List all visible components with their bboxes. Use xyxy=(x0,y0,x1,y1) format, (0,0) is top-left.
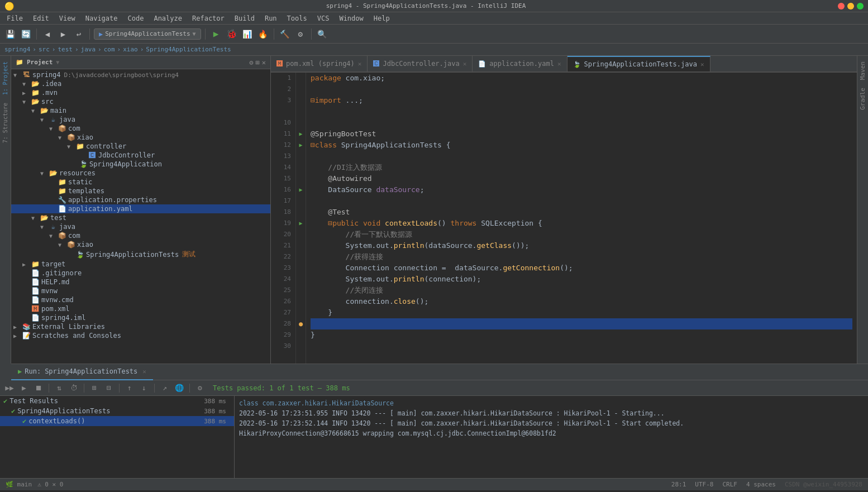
synchronize-button[interactable]: 🔄 xyxy=(19,27,32,41)
tab-pom-xml-close[interactable]: ✕ xyxy=(358,60,362,68)
project-view-dropdown[interactable]: ▼ xyxy=(56,59,59,65)
panel-gear-icon[interactable]: ⚙ xyxy=(249,59,253,66)
tree-item-external-libs[interactable]: ▶ 📚 External Libraries xyxy=(11,322,270,331)
run-gutter-11[interactable]: ▶ xyxy=(299,128,302,140)
open-in-browser-button[interactable]: 🌐 xyxy=(173,382,185,394)
tab-jdbc-close[interactable]: ✕ xyxy=(463,60,467,68)
menu-build[interactable]: Build xyxy=(230,13,259,23)
run-gutter-19[interactable]: ▶ xyxy=(299,218,302,229)
bc-test[interactable]: test xyxy=(58,46,73,53)
tree-item-src[interactable]: ▼ 📂 src xyxy=(11,97,270,106)
tree-item-spring4[interactable]: ▼ 🏗 spring4 D:\javadcode\springboot\spri… xyxy=(11,70,270,79)
bc-spring4[interactable]: spring4 xyxy=(4,46,30,53)
build-button[interactable]: 🔨 xyxy=(278,27,292,41)
bc-file[interactable]: Spring4ApplicationTests xyxy=(146,46,231,53)
tree-item-jdbc-controller[interactable]: 🅲 JdbcController xyxy=(11,151,270,160)
tree-item-resources[interactable]: ▼ 📂 resources xyxy=(11,169,270,178)
tree-item-app-properties[interactable]: 🔧 application.properties xyxy=(11,195,270,204)
structure-panel-toggle[interactable]: 7: Structure xyxy=(2,99,8,146)
right-tab-gradle[interactable]: Gradle xyxy=(858,84,867,113)
menu-analyze[interactable]: Analyze xyxy=(149,13,187,23)
tree-item-templates[interactable]: 📁 templates xyxy=(11,187,270,195)
menu-navigate[interactable]: Navigate xyxy=(81,13,122,23)
run-with-coverage-button[interactable]: 📊 xyxy=(241,27,254,41)
tab-jdbc-controller[interactable]: 🅲 JdbcController.java ✕ xyxy=(368,56,473,71)
save-all-button[interactable]: 💾 xyxy=(3,27,17,41)
minimize-button[interactable] xyxy=(847,3,854,9)
tree-item-main[interactable]: ▼ 📂 main xyxy=(11,106,270,115)
tree-item-spring4-app[interactable]: 🍃 Spring4Application xyxy=(11,160,270,169)
tab-pom-xml[interactable]: 🅼 pom.xml (spring4) ✕ xyxy=(271,56,368,71)
export-button[interactable]: ↗ xyxy=(159,382,171,394)
tree-item-app-yaml[interactable]: 📄 application.yaml xyxy=(11,204,270,213)
prev-fail-button[interactable]: ↑ xyxy=(123,382,136,394)
panel-layout-icon[interactable]: ⊞ xyxy=(256,59,260,66)
forward-button[interactable]: ▶ xyxy=(56,27,70,41)
next-fail-button[interactable]: ↓ xyxy=(138,382,150,394)
bc-com[interactable]: com xyxy=(104,46,115,53)
tree-item-mvnw[interactable]: 📄 mvnw xyxy=(11,286,270,295)
tree-item-target[interactable]: ▶ 📁 target xyxy=(11,260,270,269)
run-tab-close[interactable]: ✕ xyxy=(142,368,146,375)
menu-refactor[interactable]: Refactor xyxy=(188,13,229,23)
run-gutter-16[interactable]: ▶ xyxy=(299,184,302,195)
maximize-button[interactable] xyxy=(857,3,864,9)
tree-item-pom-xml[interactable]: 🅼 pom.xml xyxy=(11,304,270,313)
run-gutter-12[interactable]: ▶ xyxy=(299,140,302,151)
menu-code[interactable]: Code xyxy=(123,13,149,23)
tree-item-static[interactable]: 📁 static xyxy=(11,178,270,187)
tree-item-com-test[interactable]: ▼ 📦 com xyxy=(11,231,270,240)
tree-item-xiao-test[interactable]: ▼ 📦 xiao xyxy=(11,240,270,249)
tree-item-mvnw-cmd[interactable]: 📄 mvnw.cmd xyxy=(11,295,270,304)
code-editor[interactable]: 1 2 3 10 11 12 13 14 15 16 17 18 19 20 2… xyxy=(271,73,857,364)
menu-help[interactable]: Help xyxy=(369,13,394,23)
settings-button[interactable]: ⚙ xyxy=(294,27,307,41)
tree-item-mvn[interactable]: ▶ 📁 .mvn xyxy=(11,88,270,97)
menu-vcs[interactable]: VCS xyxy=(313,13,334,23)
settings-run-button[interactable]: ⚙ xyxy=(194,382,206,394)
close-button[interactable] xyxy=(838,3,845,9)
menu-view[interactable]: View xyxy=(55,13,80,23)
search-everywhere-button[interactable]: 🔍 xyxy=(316,27,329,41)
test-suite-item[interactable]: ✔ Spring4ApplicationTests 388 ms xyxy=(0,406,234,416)
profile-button[interactable]: 🔥 xyxy=(256,27,270,41)
menu-tools[interactable]: Tools xyxy=(283,13,312,23)
run-configuration[interactable]: ▶ Spring4ApplicationTests ▼ xyxy=(94,28,201,40)
tree-item-xiao[interactable]: ▼ 📦 xiao xyxy=(11,133,270,142)
undo-button[interactable]: ↩ xyxy=(72,27,85,41)
test-method-item[interactable]: ✔ contextLoads() 388 ms xyxy=(0,416,234,426)
rerun-button[interactable]: ▶▶ xyxy=(3,382,16,394)
panel-close-icon[interactable]: ✕ xyxy=(262,59,266,66)
tab-app-yaml[interactable]: 📄 application.yaml ✕ xyxy=(473,56,567,71)
tab-tests-close[interactable]: ✕ xyxy=(700,61,704,68)
tree-item-help-md[interactable]: 📄 HELP.md xyxy=(11,278,270,286)
menu-edit[interactable]: Edit xyxy=(28,13,54,23)
tree-item-com[interactable]: ▼ 📦 com xyxy=(11,124,270,133)
tree-item-idea[interactable]: ▼ 📂 .idea xyxy=(11,79,270,88)
tree-item-tests-class[interactable]: 🍃 Spring4ApplicationTests 测试 xyxy=(11,249,270,260)
tab-yaml-close[interactable]: ✕ xyxy=(557,60,561,68)
tree-item-spring4-iml[interactable]: 📄 spring4.iml xyxy=(11,313,270,322)
back-button[interactable]: ◀ xyxy=(41,27,54,41)
tree-item-java-main[interactable]: ▼ ☕ java xyxy=(11,115,270,124)
tree-item-test[interactable]: ▼ 📂 test xyxy=(11,213,270,222)
menu-file[interactable]: File xyxy=(2,13,27,23)
menu-run[interactable]: Run xyxy=(260,13,282,23)
code-content[interactable]: package com.xiao; ⊟import ...; @SpringBo… xyxy=(306,73,857,364)
tab-tests-active[interactable]: 🍃 Spring4ApplicationTests.java ✕ xyxy=(567,56,710,71)
stop-button[interactable]: ⏹ xyxy=(32,382,45,394)
bottom-tab-run[interactable]: ▶ Run: Spring4ApplicationTests ✕ xyxy=(11,364,153,380)
run-config-dropdown[interactable]: ▼ xyxy=(193,31,196,37)
tree-item-scratches[interactable]: ▶ 📝 Scratches and Consoles xyxy=(11,331,270,340)
run-test-button[interactable]: ▶ xyxy=(18,382,30,394)
collapse-all-button[interactable]: ⊟ xyxy=(103,382,115,394)
right-tab-maven[interactable]: Maven xyxy=(858,58,867,83)
tree-item-controller[interactable]: ▼ 📁 controller xyxy=(11,142,270,151)
debug-button[interactable]: 🐞 xyxy=(225,27,239,41)
tree-item-gitignore[interactable]: 📄 .gitignore xyxy=(11,269,270,278)
menu-window[interactable]: Window xyxy=(335,13,368,23)
project-panel-toggle[interactable]: 1: Project xyxy=(2,58,8,98)
sort-duration-button[interactable]: ⏱ xyxy=(68,382,80,394)
expand-all-button[interactable]: ⊞ xyxy=(88,382,101,394)
run-button[interactable]: ▶ xyxy=(209,27,223,41)
